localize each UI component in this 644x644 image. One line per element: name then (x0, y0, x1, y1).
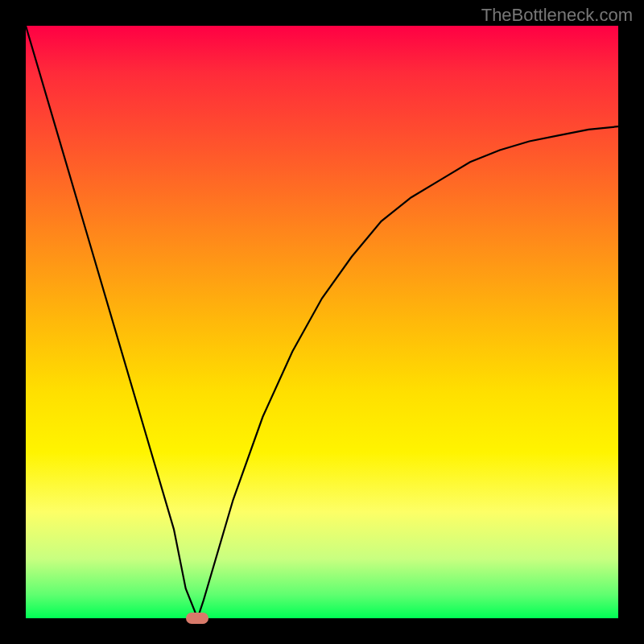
bottleneck-curve (26, 26, 618, 618)
minimum-marker (186, 613, 208, 624)
curve-path (26, 26, 618, 618)
chart-frame: TheBottleneck.com (0, 0, 644, 644)
watermark-text: TheBottleneck.com (481, 5, 633, 26)
chart-plot-area (26, 26, 618, 618)
